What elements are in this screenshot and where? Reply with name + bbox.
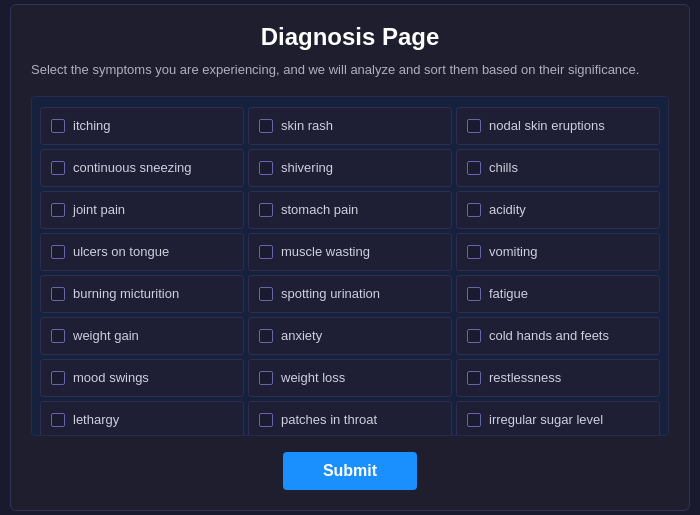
symptom-checkbox-restlessness[interactable] [467,371,481,385]
symptom-label-restlessness: restlessness [489,370,561,385]
symptom-checkbox-fatigue[interactable] [467,287,481,301]
symptom-label-stomach_pain: stomach pain [281,202,358,217]
submit-area: Submit [31,452,669,490]
symptom-checkbox-burning_micturition[interactable] [51,287,65,301]
symptom-checkbox-continuous_sneezing[interactable] [51,161,65,175]
symptom-label-spotting_urination: spotting urination [281,286,380,301]
symptom-label-itching: itching [73,118,111,133]
submit-button[interactable]: Submit [283,452,417,490]
symptom-checkbox-acidity[interactable] [467,203,481,217]
symptom-checkbox-stomach_pain[interactable] [259,203,273,217]
symptom-item[interactable]: irregular sugar level [456,401,660,436]
symptom-label-fatigue: fatigue [489,286,528,301]
symptom-label-skin_rash: skin rash [281,118,333,133]
symptom-item[interactable]: fatigue [456,275,660,313]
symptom-checkbox-nodal_skin_eruptions[interactable] [467,119,481,133]
symptom-checkbox-anxiety[interactable] [259,329,273,343]
symptom-label-cold_hands_and_feets: cold hands and feets [489,328,609,343]
symptom-checkbox-weight_loss[interactable] [259,371,273,385]
symptom-label-burning_micturition: burning micturition [73,286,179,301]
symptom-checkbox-cold_hands_and_feets[interactable] [467,329,481,343]
symptom-item[interactable]: shivering [248,149,452,187]
symptom-label-acidity: acidity [489,202,526,217]
symptom-checkbox-chills[interactable] [467,161,481,175]
symptom-checkbox-joint_pain[interactable] [51,203,65,217]
symptom-label-anxiety: anxiety [281,328,322,343]
symptom-item[interactable]: restlessness [456,359,660,397]
symptom-checkbox-skin_rash[interactable] [259,119,273,133]
symptom-item[interactable]: stomach pain [248,191,452,229]
symptoms-scroll-area[interactable]: itchingskin rashnodal skin eruptionscont… [31,96,669,436]
symptom-label-chills: chills [489,160,518,175]
symptom-item[interactable]: cold hands and feets [456,317,660,355]
symptom-label-weight_gain: weight gain [73,328,139,343]
symptom-item[interactable]: weight gain [40,317,244,355]
symptom-item[interactable]: muscle wasting [248,233,452,271]
symptom-checkbox-mood_swings[interactable] [51,371,65,385]
symptom-checkbox-weight_gain[interactable] [51,329,65,343]
symptom-item[interactable]: anxiety [248,317,452,355]
symptom-checkbox-shivering[interactable] [259,161,273,175]
symptom-item[interactable]: continuous sneezing [40,149,244,187]
page-subtitle: Select the symptoms you are experiencing… [31,61,669,79]
symptom-item[interactable]: skin rash [248,107,452,145]
symptom-label-vomiting: vomiting [489,244,537,259]
symptom-item[interactable]: ulcers on tongue [40,233,244,271]
symptom-item[interactable]: nodal skin eruptions [456,107,660,145]
symptom-label-ulcers_on_tongue: ulcers on tongue [73,244,169,259]
symptom-checkbox-irregular_sugar_level[interactable] [467,413,481,427]
symptom-label-nodal_skin_eruptions: nodal skin eruptions [489,118,605,133]
page-title: Diagnosis Page [31,23,669,51]
symptom-item[interactable]: itching [40,107,244,145]
symptom-checkbox-ulcers_on_tongue[interactable] [51,245,65,259]
symptom-item[interactable]: lethargy [40,401,244,436]
symptom-label-irregular_sugar_level: irregular sugar level [489,412,603,427]
symptom-checkbox-lethargy[interactable] [51,413,65,427]
symptom-item[interactable]: burning micturition [40,275,244,313]
symptom-label-mood_swings: mood swings [73,370,149,385]
symptom-item[interactable]: weight loss [248,359,452,397]
main-container: Diagnosis Page Select the symptoms you a… [10,4,690,510]
symptom-item[interactable]: patches in throat [248,401,452,436]
symptom-label-weight_loss: weight loss [281,370,345,385]
symptom-checkbox-spotting_urination[interactable] [259,287,273,301]
symptom-label-continuous_sneezing: continuous sneezing [73,160,192,175]
symptom-item[interactable]: vomiting [456,233,660,271]
symptom-label-shivering: shivering [281,160,333,175]
symptoms-grid: itchingskin rashnodal skin eruptionscont… [36,103,664,436]
symptom-label-joint_pain: joint pain [73,202,125,217]
symptom-label-lethargy: lethargy [73,412,119,427]
symptom-checkbox-itching[interactable] [51,119,65,133]
symptom-item[interactable]: joint pain [40,191,244,229]
symptom-item[interactable]: spotting urination [248,275,452,313]
symptom-label-muscle_wasting: muscle wasting [281,244,370,259]
symptom-checkbox-muscle_wasting[interactable] [259,245,273,259]
symptom-checkbox-patches_in_throat[interactable] [259,413,273,427]
symptom-item[interactable]: chills [456,149,660,187]
symptom-item[interactable]: mood swings [40,359,244,397]
symptom-checkbox-vomiting[interactable] [467,245,481,259]
symptom-label-patches_in_throat: patches in throat [281,412,377,427]
symptom-item[interactable]: acidity [456,191,660,229]
